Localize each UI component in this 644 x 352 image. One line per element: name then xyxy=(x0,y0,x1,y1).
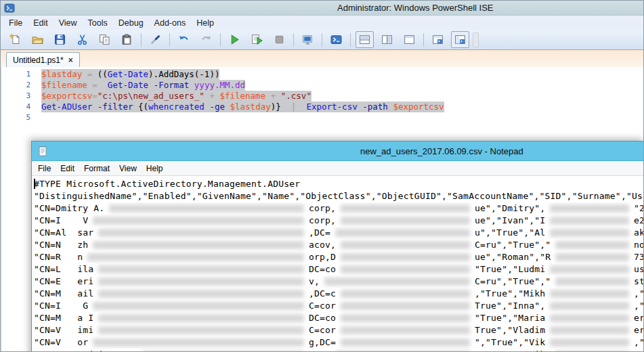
csv-cell-text: ,"9 xyxy=(634,300,644,312)
menu-item-edit[interactable]: Edit xyxy=(56,162,79,175)
notepad-icon xyxy=(37,146,48,156)
menu-item-file[interactable]: File xyxy=(33,162,56,175)
redaction-blur xyxy=(550,338,629,347)
csv-row: "CN=M ail,DC=c,"True","Mikh,"u xyxy=(34,288,644,300)
redaction-blur xyxy=(324,278,470,286)
copy-button[interactable] xyxy=(95,31,114,48)
csv-cell-text: "CN=L ila xyxy=(34,263,93,276)
redaction-blur xyxy=(550,302,629,310)
show-script-pane-toggle-button[interactable] xyxy=(451,31,469,48)
csv-cell: ","True","Vik xyxy=(475,336,634,349)
csv-cell-text: v, xyxy=(309,276,320,288)
menu-item-addons[interactable]: Add-ons xyxy=(149,17,192,29)
csv-cell: "2c xyxy=(634,202,644,215)
redaction-blur xyxy=(98,326,304,334)
show-script-pane-right-button[interactable] xyxy=(378,31,396,48)
open-script-button[interactable] xyxy=(28,31,47,48)
run-script-icon xyxy=(229,34,240,45)
csv-cell: u","True","Al xyxy=(475,227,634,239)
csv-cell-text: g,DC= xyxy=(309,336,336,349)
redo-button[interactable] xyxy=(197,31,215,48)
run-selection-button[interactable] xyxy=(248,31,266,48)
line-number: 5 xyxy=(2,112,30,123)
save-script-button[interactable] xyxy=(51,31,69,48)
csv-cell-text: "CN=Dmitry A. xyxy=(34,202,104,215)
csv-cell-text: C=ru","True"," xyxy=(475,276,551,288)
csv-cell: ue","Roman","R xyxy=(475,251,634,263)
csv-cell-text: "CN=V imi xyxy=(34,324,93,336)
csv-row: "CN=L ilaDC=co"True","Ludmiuse xyxy=(34,263,644,276)
csv-cell-text: "CN=M a I xyxy=(34,312,93,324)
clear-console-pane-button[interactable] xyxy=(146,31,165,48)
cut-button[interactable] xyxy=(73,31,91,48)
menu-item-view[interactable]: View xyxy=(114,162,142,175)
clear-console-icon xyxy=(150,34,161,45)
notepad-text-area[interactable]: #TYPE Microsoft.ActiveDirectory.Manageme… xyxy=(32,176,644,352)
csv-cell-text: ,"True","Mikh xyxy=(475,288,545,300)
token-op: = xyxy=(92,80,98,90)
redaction-blur xyxy=(98,290,304,298)
menu-item-help[interactable]: Help xyxy=(142,162,168,175)
redaction-blur xyxy=(98,265,304,273)
csv-cell-text: ,"u xyxy=(634,288,644,300)
notepad-titlebar[interactable]: new_ad_users_2017.06.09.csv - Notepad xyxy=(32,141,644,161)
run-script-button[interactable] xyxy=(226,31,244,48)
menu-item-debug[interactable]: Debug xyxy=(113,17,149,29)
redo-icon xyxy=(200,34,212,45)
csv-cell-text: e22 xyxy=(634,215,644,227)
csv-cell-text: corp, xyxy=(309,215,336,227)
csv-row: "CN=V org,DC=","True","Vik,"u xyxy=(34,336,644,349)
menu-item-help[interactable]: Help xyxy=(191,17,219,29)
menu-item-view[interactable]: View xyxy=(53,17,83,29)
menu-item-tools[interactable]: Tools xyxy=(83,17,113,29)
undo-button[interactable] xyxy=(175,31,193,48)
token-cmd: Get-Date xyxy=(108,69,148,79)
csv-cell-text: ako xyxy=(634,227,644,239)
redaction-blur xyxy=(555,241,629,249)
redaction-blur xyxy=(555,253,629,261)
csv-cell-text: "CN=V or xyxy=(34,336,88,349)
csv-cell: "CN=V or xyxy=(34,336,309,349)
csv-cell: 73a xyxy=(634,251,644,263)
code-text: $lastday = ((Get-Date).AddDays(-1)) xyxy=(41,69,219,80)
start-powershell-exe-button[interactable] xyxy=(327,31,345,48)
show-script-pane-top-button[interactable] xyxy=(356,31,374,48)
csv-cell-text: 73a xyxy=(634,251,644,263)
csv-cell-text: "CN=Al sar xyxy=(34,227,93,239)
toolbar-overflow-grip[interactable] xyxy=(473,32,479,47)
redaction-blur xyxy=(341,314,470,322)
stop-operation-button[interactable] xyxy=(270,31,288,48)
redaction-blur xyxy=(550,229,629,237)
show-script-pane-maximized-button[interactable] xyxy=(400,31,418,48)
menu-item-format[interactable]: Format xyxy=(79,162,114,175)
paste-button[interactable] xyxy=(118,31,136,48)
menu-item-file[interactable]: File xyxy=(3,17,28,29)
script-tab-untitled1[interactable]: Untitled1.ps1* × xyxy=(6,52,80,67)
redaction-blur xyxy=(550,265,629,273)
csv-cell: er" xyxy=(634,312,644,324)
new-script-button[interactable] xyxy=(6,31,24,48)
ise-titlebar[interactable]: Administrator: Windows PowerShell ISE xyxy=(1,1,643,16)
token-plain: (( xyxy=(92,69,108,79)
redaction-blur xyxy=(341,290,470,298)
close-tab-icon[interactable]: × xyxy=(68,56,73,64)
csv-cell: "True","Ludmi xyxy=(475,263,634,276)
code-text: $filename = Get-Date -Format yyyy.MM.dd xyxy=(41,80,245,91)
csv-cell-text: "True","Ludmi xyxy=(475,263,545,276)
redaction-blur xyxy=(93,338,304,347)
script-code-area: 1$lastday = ((Get-Date).AddDays(-1))2$fi… xyxy=(2,67,643,123)
csv-cell-text: acov, xyxy=(309,239,336,251)
pane-max-icon xyxy=(404,34,415,45)
token-plain xyxy=(98,80,108,90)
cut-icon xyxy=(77,34,88,45)
pane-right-icon xyxy=(381,34,393,45)
csv-cell: ,"u xyxy=(634,336,644,349)
new-remote-powershell-tab-button[interactable] xyxy=(299,31,317,48)
redaction-blur xyxy=(98,278,304,286)
csv-cell-text: ,DC= xyxy=(309,349,330,352)
csv-cell: C=cor xyxy=(309,300,475,312)
new-powershell-tab-button[interactable] xyxy=(429,31,447,48)
csv-cell: True","Inna", xyxy=(475,300,634,312)
menu-item-edit[interactable]: Edit xyxy=(28,17,53,29)
csv-cell-text: "CN=N zh xyxy=(34,239,88,251)
